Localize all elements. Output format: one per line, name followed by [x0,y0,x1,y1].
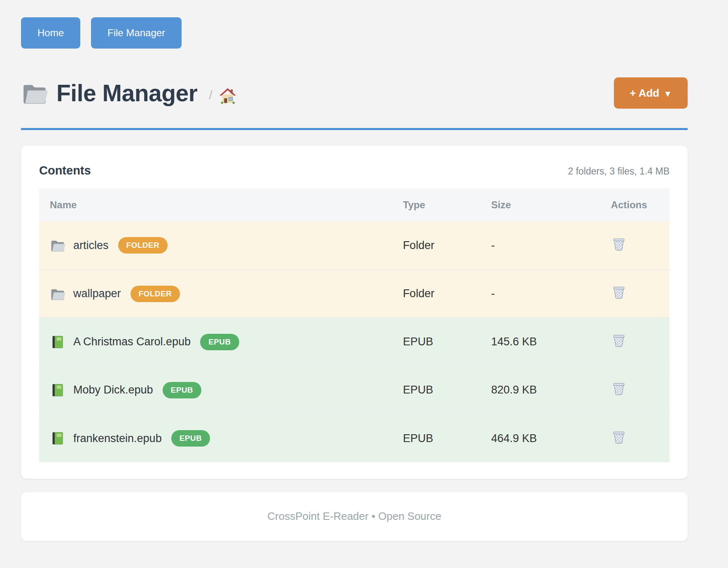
delete-button[interactable] [611,284,627,300]
footer-text: CrossPoint E-Reader • Open Source [267,510,441,522]
page-header: File Manager / + Add▼ [21,77,688,109]
folder-icon [50,286,65,302]
file-type-cell: EPUB [392,414,480,462]
file-name-link[interactable]: Moby Dick.epub [73,384,153,396]
book-icon [50,334,65,350]
page-title: File Manager [56,79,197,107]
table-row[interactable]: frankenstein.epub EPUB EPUB 464.9 KB [39,414,670,462]
table-row[interactable]: A Christmas Carol.epub EPUB EPUB 145.6 K… [39,318,670,366]
footer: CrossPoint E-Reader • Open Source [21,492,688,541]
delete-button[interactable] [611,333,627,348]
column-header-name: Name [39,189,392,221]
file-type-badge: EPUB [200,334,239,350]
file-name-link[interactable]: A Christmas Carol.epub [73,335,191,348]
file-type-badge: EPUB [171,430,210,447]
add-button[interactable]: + Add▼ [614,77,688,109]
folder-icon [21,79,48,107]
file-name-link[interactable]: articles [73,239,109,252]
book-icon [50,382,65,398]
top-nav: Home File Manager [21,17,688,49]
wastebasket-icon [611,429,627,445]
table-header-row: Name Type Size Actions [39,189,670,221]
file-type-badge: EPUB [163,382,201,398]
file-type-cell: Folder [392,221,480,270]
column-header-type: Type [392,189,480,221]
file-type-cell: EPUB [392,366,480,414]
breadcrumb-separator: / [209,88,212,102]
file-size-cell: 820.9 KB [481,366,600,414]
folder-icon [50,237,65,253]
table-row[interactable]: articles FOLDER Folder - [39,221,670,270]
delete-button[interactable] [611,236,627,252]
contents-card: Contents 2 folders, 3 files, 1.4 MB Name… [21,146,688,479]
file-table: Name Type Size Actions [39,189,670,462]
file-type-badge: FOLDER [131,286,180,302]
table-row[interactable]: Moby Dick.epub EPUB EPUB 820.9 KB [39,366,670,414]
column-header-actions: Actions [600,189,670,221]
column-header-size: Size [481,189,600,221]
file-type-badge: FOLDER [118,237,168,254]
add-button-label: + Add [630,87,659,99]
wastebasket-icon [611,333,627,348]
table-row[interactable]: wallpaper FOLDER Folder - [39,270,670,318]
delete-button[interactable] [611,381,627,396]
home-icon[interactable] [218,86,237,105]
file-size-cell: 145.6 KB [481,318,600,366]
contents-summary: 2 folders, 3 files, 1.4 MB [568,166,670,177]
wastebasket-icon [611,236,627,252]
file-name-link[interactable]: frankenstein.epub [73,432,162,445]
book-icon [50,431,65,446]
header-divider [21,128,688,130]
wastebasket-icon [611,284,627,300]
delete-button[interactable] [611,429,627,445]
page: Home File Manager File Manager / [0,0,728,541]
chevron-down-icon: ▼ [663,89,672,98]
wastebasket-icon [611,381,627,396]
file-type-cell: EPUB [392,318,480,366]
nav-file-manager-button[interactable]: File Manager [91,17,182,49]
file-size-cell: 464.9 KB [481,414,600,462]
file-type-cell: Folder [392,270,480,318]
file-size-cell: - [481,270,600,318]
nav-home-button[interactable]: Home [21,17,80,49]
contents-title: Contents [39,164,91,177]
file-name-link[interactable]: wallpaper [73,287,121,300]
file-size-cell: - [481,221,600,270]
